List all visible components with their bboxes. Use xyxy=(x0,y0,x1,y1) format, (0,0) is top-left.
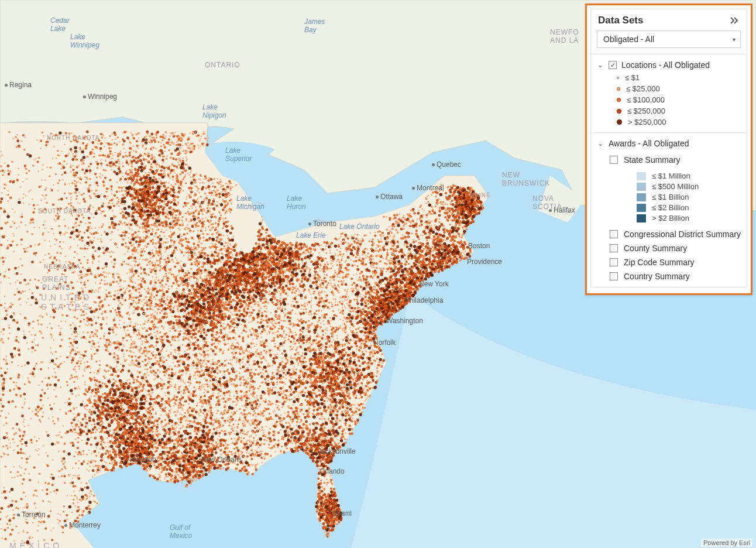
legend-row: ≤ $1 xyxy=(617,73,741,82)
sublayer-checkbox[interactable] xyxy=(610,244,618,252)
sublayer-checkbox[interactable] xyxy=(610,156,618,164)
sublayer-row[interactable]: State Summary xyxy=(610,155,741,165)
sublayer-checkbox[interactable] xyxy=(610,230,618,238)
legend-label: > $250,000 xyxy=(628,118,666,126)
legend-label: ≤ $1 Billion xyxy=(652,193,689,201)
legend-row: ≤ $500 Million xyxy=(637,182,741,191)
locations-title: Locations - All Obligated xyxy=(621,60,710,70)
legend-dot-icon xyxy=(617,109,621,114)
chevron-down-icon: ⌄ xyxy=(597,139,604,148)
legend-swatch-icon xyxy=(637,193,646,201)
awards-section: ⌄ Awards - All Obligated State Summary≤ … xyxy=(591,132,747,287)
legend-label: ≤ $1 xyxy=(625,73,640,82)
sublayer-label: County Summary xyxy=(624,244,687,253)
legend-row: > $250,000 xyxy=(617,118,741,126)
sublayer-label: State Summary xyxy=(624,155,680,165)
legend-label: ≤ $1 Million xyxy=(652,172,690,180)
awards-title: Awards - All Obligated xyxy=(609,139,689,148)
chevrons-right-icon xyxy=(730,16,739,25)
map-viewport[interactable]: ReginaWinnipegQuebecMontrealOttawaToront… xyxy=(0,0,756,548)
sublayer-label: Zip Code Summary xyxy=(624,258,695,267)
locations-header[interactable]: ⌄ Locations - All Obligated xyxy=(597,59,741,73)
legend-swatch-icon xyxy=(637,183,646,191)
legend-label: ≤ $100,000 xyxy=(627,95,665,104)
legend-row: ≤ $25,000 xyxy=(617,84,741,93)
panel-title: Data Sets xyxy=(598,15,643,26)
collapse-panel-button[interactable] xyxy=(728,14,741,27)
legend-swatch-icon xyxy=(637,172,646,180)
legend-dot-icon xyxy=(617,119,622,125)
locations-legend: ≤ $1≤ $25,000≤ $100,000≤ $250,000> $250,… xyxy=(597,73,741,126)
legend-row: ≤ $100,000 xyxy=(617,95,741,104)
legend-row: ≤ $2 Billion xyxy=(637,203,741,212)
locations-section: ⌄ Locations - All Obligated ≤ $1≤ $25,00… xyxy=(591,54,747,132)
awards-sublayers: State Summary≤ $1 Million≤ $500 Million≤… xyxy=(597,155,741,281)
legend-dot-icon xyxy=(617,87,620,91)
chevron-down-icon: ⌄ xyxy=(597,61,604,69)
legend-label: > $2 Billion xyxy=(652,214,689,222)
legend-dot-icon xyxy=(617,77,619,79)
legend-row: ≤ $1 Million xyxy=(637,172,741,180)
sublayer-row[interactable]: Zip Code Summary xyxy=(610,258,741,267)
legend-label: ≤ $2 Billion xyxy=(652,203,689,212)
legend-row: > $2 Billion xyxy=(637,214,741,222)
sublayer-label: Congressional District Summary xyxy=(624,230,741,239)
data-sets-panel: Data Sets Obligated - All ▾ ⌄ Locations … xyxy=(585,4,752,295)
dataset-dropdown-value: Obligated - All xyxy=(603,35,654,44)
awards-header[interactable]: ⌄ Awards - All Obligated xyxy=(597,138,741,152)
legend-row: ≤ $250,000 xyxy=(617,107,741,115)
legend-label: ≤ $500 Million xyxy=(652,182,699,191)
sublayer-row[interactable]: Country Summary xyxy=(610,272,741,281)
legend-label: ≤ $250,000 xyxy=(627,107,665,115)
legend-row: ≤ $1 Billion xyxy=(637,193,741,201)
sublayer-checkbox[interactable] xyxy=(610,272,618,280)
sublayer-row[interactable]: Congressional District Summary xyxy=(610,230,741,239)
sublayer-checkbox[interactable] xyxy=(610,258,618,266)
legend-label: ≤ $25,000 xyxy=(626,84,660,93)
legend-dot-icon xyxy=(617,98,621,102)
sublayer-row[interactable]: County Summary xyxy=(610,244,741,253)
sublayer-label: Country Summary xyxy=(624,272,690,281)
dataset-dropdown[interactable]: Obligated - All ▾ xyxy=(597,30,741,48)
caret-down-icon: ▾ xyxy=(733,36,736,43)
locations-checkbox[interactable] xyxy=(609,61,617,69)
legend-swatch-icon xyxy=(637,204,646,212)
map-attribution: Powered by Esri xyxy=(701,539,752,547)
legend-swatch-icon xyxy=(637,214,646,222)
state-summary-legend: ≤ $1 Million≤ $500 Million≤ $1 Billion≤ … xyxy=(610,172,741,222)
